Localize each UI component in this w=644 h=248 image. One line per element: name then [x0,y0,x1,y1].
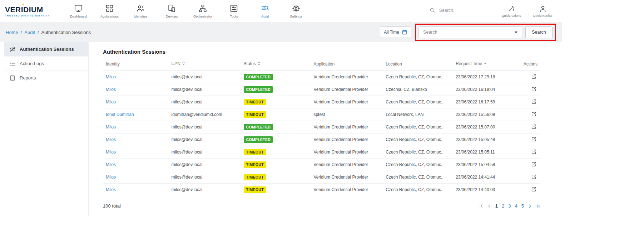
pagination-first-button[interactable] [479,204,483,208]
identity-link[interactable]: Milos [106,74,116,79]
status-badge: COMPLETED [244,74,273,80]
view-session-icon [531,111,537,117]
pagination-page[interactable]: 4 [515,203,517,209]
dashboard-icon [74,4,83,13]
upn-cell: milos@dev.local [169,171,241,184]
quick-actions-icon [507,5,515,13]
table-row: Milos milos@dev.local TIMEOUT Veridium C… [103,184,540,196]
breadcrumb-separator: / [38,30,39,35]
quick-actions-button[interactable]: Quick Actions [501,5,521,18]
eye-slash-icon [9,46,16,53]
identity-link[interactable]: Milos [106,99,116,104]
sidebar-item-action-logs[interactable]: Action Logs [4,57,88,71]
view-session-button[interactable] [530,173,538,181]
identity-link[interactable]: Ionut Dumitran [106,112,134,117]
nav-item-settings[interactable]: Settings [281,0,312,22]
table-row: Milos milos@dev.local TIMEOUT Veridium C… [103,159,540,171]
pagination-page[interactable]: 1 [495,203,498,209]
breadcrumb-audit-link[interactable]: Audit [24,30,35,35]
nav-item-dashboard[interactable]: Dashboard [63,0,94,22]
user-menu[interactable]: David Kuchar [533,5,553,18]
upn-cell: milos@dev.local [169,133,241,146]
location-cell: Czech Republic, CZ, Olomuc.. [383,159,453,171]
nav-item-orchestrator[interactable]: Orchestrator [187,0,218,22]
view-session-button[interactable] [530,86,538,94]
view-session-icon [531,161,537,167]
application-cell: Veridium Credential Provider [311,133,383,146]
view-session-button[interactable] [530,123,538,131]
column-header-request-time[interactable]: Request Time [453,58,519,71]
orchestrator-icon [198,4,207,13]
upn-cell: idumitran@veridiumid.com [169,108,241,121]
breadcrumb: Home / Audit / Authentication Sessions [6,30,91,35]
pagination-prev-button[interactable] [487,204,491,208]
request-time-cell: 23/06/2022 16:18:04 [453,83,519,96]
top-bar: VERIDIUM TRUSTED DIGITAL IDENTITY Dashbo… [0,0,562,22]
column-header-application: Application [311,58,383,71]
global-search-input[interactable] [439,8,482,13]
app-window: VERIDIUM TRUSTED DIGITAL IDENTITY Dashbo… [0,0,562,248]
logo-text: VERIDIUM [5,5,43,14]
view-session-button[interactable] [530,186,538,194]
request-time-cell: 23/06/2022 15:07:00 [453,121,519,133]
request-time-cell: 23/06/2022 16:17:59 [453,96,519,108]
pagination-page[interactable]: 5 [521,203,524,209]
view-session-icon [531,149,537,155]
pagination-next-button[interactable] [528,204,532,208]
column-header-status[interactable]: Status [241,58,311,71]
application-cell: Veridium Credential Provider [311,146,383,159]
breadcrumb-separator: / [21,30,22,35]
nav-item-devices[interactable]: Devices [156,0,187,22]
breadcrumb-home-link[interactable]: Home [6,30,18,35]
identity-link[interactable]: Milos [106,137,116,142]
search-filter-dropdown[interactable]: Search [418,26,522,38]
view-session-button[interactable] [530,148,538,156]
table-row: Milos milos@dev.local COMPLETED Veridium… [103,71,540,83]
nav-item-tools[interactable]: Tools [218,0,249,22]
application-cell: sptest [311,108,383,121]
audit-icon [261,4,269,13]
pagination-last-button[interactable] [536,204,540,208]
nav-item-label: Tools [230,14,238,18]
request-time-cell: 23/06/2022 17:29:18 [453,71,519,83]
table-row: Milos milos@dev.local TIMEOUT Veridium C… [103,96,540,108]
view-session-button[interactable] [530,98,538,106]
identity-link[interactable]: Milos [106,175,116,180]
pagination-page[interactable]: 2 [502,203,504,209]
identity-link[interactable]: Milos [106,150,116,155]
identity-link[interactable]: Milos [106,87,116,92]
main-nav: Dashboard Applications Identities Device… [63,0,312,22]
sidebar-item-authentication-sessions[interactable]: Authentication Sessions [4,42,88,57]
application-cell: Veridium Credential Provider [311,184,383,196]
sidebar-item-reports[interactable]: Reports [4,71,88,85]
status-badge: TIMEOUT [244,99,266,105]
application-cell: Veridium Credential Provider [311,121,383,133]
pagination-pages: 12345 [495,203,524,209]
chevron-down-icon [515,31,517,33]
time-filter-button[interactable]: All Time [380,26,411,38]
column-header-upn[interactable]: UPN [169,58,241,71]
upn-cell: milos@dev.local [169,71,241,83]
sort-desc-icon [484,61,487,67]
nav-item-identities[interactable]: Identities [125,0,156,22]
pagination-page[interactable]: 3 [508,203,511,209]
identity-link[interactable]: Milos [106,187,116,192]
view-session-button[interactable] [530,73,538,81]
nav-item-applications[interactable]: Applications [94,0,125,22]
veridium-logo[interactable]: VERIDIUM TRUSTED DIGITAL IDENTITY [5,6,63,17]
breadcrumb-current: Authentication Sessions [41,30,91,35]
logo-wordmark: VERIDIUM [5,6,43,13]
nav-item-label: Orchestrator [193,14,212,18]
identity-link[interactable]: Milos [106,162,116,167]
identity-link[interactable]: Milos [106,125,116,130]
view-session-button[interactable] [530,136,538,144]
nav-item-audit[interactable]: Audit [249,0,281,22]
table-footer: 100 total 12345 [103,203,540,209]
search-button[interactable]: Search [525,26,553,38]
table-row: Milos milos@dev.local TIMEOUT Veridium C… [103,146,540,159]
location-cell: Czech Republic, CZ, Olomuc.. [383,71,453,83]
view-session-button[interactable] [530,111,538,119]
view-session-button[interactable] [530,161,538,169]
location-cell: Czech Republic, CZ, Olomuc.. [383,171,453,184]
user-name: David Kuchar [533,14,553,18]
